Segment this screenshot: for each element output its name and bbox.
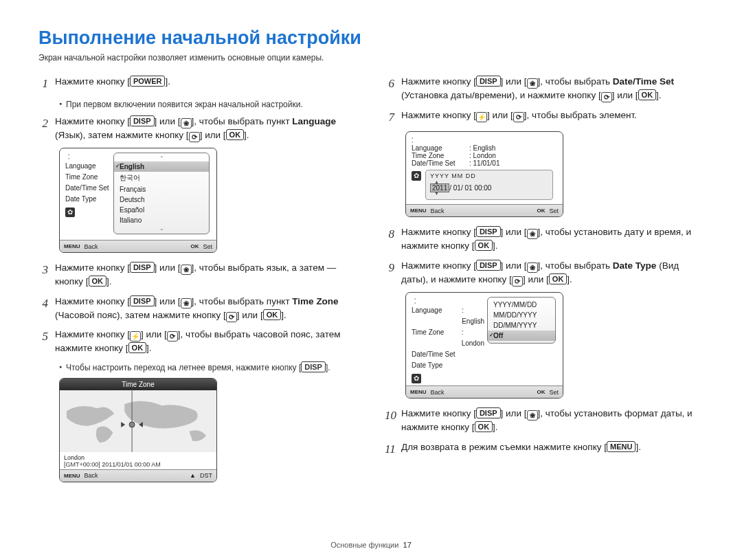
screen-language: •• LanguageTime ZoneDate/Time SetDate Ty…: [59, 148, 355, 253]
side-item[interactable]: Time Zone: [65, 172, 111, 183]
step-number: 8: [385, 225, 394, 254]
step-number: 9: [385, 259, 394, 287]
kv-val: : London: [465, 152, 557, 159]
gear-icon: ✿: [412, 171, 421, 181]
glyph-chip: ⟳: [167, 331, 178, 341]
side-item[interactable]: Language: [65, 161, 111, 172]
footer-page-number: 17: [403, 541, 412, 549]
glyph-chip: ⚡: [476, 112, 487, 122]
step-text: Нажмите кнопку [DISP] или [❀], чтобы выб…: [401, 75, 701, 103]
lang-option[interactable]: Español: [114, 205, 209, 215]
step-number: 2: [38, 115, 48, 143]
button-chip: OK: [475, 240, 493, 251]
button-chip: DISP: [301, 361, 326, 372]
step-text: Нажмите кнопку [⚡] или [⟳], чтобы выбрат…: [401, 109, 637, 126]
kv-key[interactable]: Time Zone: [412, 152, 465, 159]
step-row: 10 Нажмите кнопку [DISP] или [❀], чтобы …: [385, 407, 701, 435]
glyph-chip: ❀: [181, 265, 192, 275]
button-chip: DISP: [476, 407, 501, 418]
step-row: 11 Для возврата в режим съемки нажмите к…: [385, 440, 701, 458]
tz-detail: [GMT+00:00] 2011/01/01 00:00 AM: [64, 461, 212, 468]
side-item[interactable]: Time Zone: [412, 327, 458, 349]
step-number: 5: [38, 328, 48, 356]
button-chip: DISP: [476, 76, 501, 87]
step-row: 5 Нажмите кнопку [⚡] или [⟳], чтобы выбр…: [38, 328, 355, 356]
glyph-chip: ❀: [181, 298, 192, 309]
foot-dst[interactable]: DST: [200, 472, 212, 479]
ok-tag: OK: [190, 243, 199, 249]
button-chip: OK: [549, 273, 567, 284]
glyph-chip: ❀: [527, 410, 538, 421]
step-row: 4 Нажмите кнопку [DISP] или [❀], чтобы в…: [38, 295, 355, 323]
step-row: 6 Нажмите кнопку [DISP] или [❀], чтобы в…: [385, 75, 701, 103]
datetype-option[interactable]: MM/DD/YYYY: [488, 310, 555, 320]
glyph-chip: ⟳: [226, 312, 237, 322]
step-text: Нажмите кнопку [DISP] или [❀], чтобы выб…: [55, 295, 355, 323]
step-bullet: Чтобы настроить переход на летнее время,…: [59, 361, 355, 374]
foot-set[interactable]: Set: [549, 208, 559, 214]
foot-set[interactable]: Set: [549, 389, 559, 396]
screen-date-type: •• Language: EnglishTime Zone: LondonDat…: [405, 292, 701, 399]
lang-option[interactable]: 한국어: [114, 172, 209, 184]
side-item[interactable]: Date Type: [412, 360, 465, 371]
step-row: 7 Нажмите кнопку [⚡] или [⟳], чтобы выбр…: [385, 109, 701, 126]
kv-val: : English: [465, 144, 557, 152]
side-item[interactable]: Date/Time Set: [412, 349, 465, 360]
step-bullet: При первом включении появится экран нача…: [59, 98, 355, 111]
button-chip: DISP: [130, 115, 155, 126]
step-number: 7: [385, 109, 394, 126]
page-title: Выполнение начальной настройки: [38, 27, 704, 49]
button-chip: OK: [128, 342, 147, 353]
button-chip: OK: [475, 421, 493, 432]
step-text: Нажмите кнопку [DISP] или [❀], чтобы выб…: [55, 261, 355, 289]
gear-icon: ✿: [65, 208, 75, 217]
step-number: 3: [38, 261, 48, 289]
glyph-chip: ⟳: [601, 92, 612, 102]
lang-option[interactable]: Italiano: [114, 215, 209, 225]
kv-key[interactable]: Language: [412, 144, 465, 152]
step-row: 9 Нажмите кнопку [DISP] или [❀], чтобы в…: [385, 259, 701, 287]
button-chip: MENU: [607, 441, 636, 452]
foot-back[interactable]: Back: [85, 243, 98, 250]
svg-point-2: [129, 421, 135, 427]
menu-tag: MENU: [64, 243, 80, 249]
step-text: Нажмите кнопку [⚡] или [⟳], чтобы выбрат…: [55, 328, 355, 356]
step-row: 1 Нажмите кнопку [POWER].: [38, 75, 355, 93]
step-text: Нажмите кнопку [POWER].: [55, 75, 170, 93]
button-chip: DISP: [130, 295, 155, 306]
page-footer: Основные функции 17: [0, 541, 742, 549]
step-number: 4: [38, 295, 48, 323]
step-row: 3 Нажмите кнопку [DISP] или [❀], чтобы в…: [38, 261, 355, 289]
button-chip: DISP: [476, 260, 501, 271]
lang-option[interactable]: Deutsch: [114, 194, 209, 205]
date-editor[interactable]: YYYY MM DD ▲ 2011/ 01/ 01 00:00 ▼: [425, 170, 553, 200]
glyph-chip: ❀: [181, 118, 192, 128]
glyph-chip: ❀: [527, 229, 538, 239]
step-text: Нажмите кнопку [DISP] или [❀], чтобы выб…: [401, 259, 701, 287]
foot-set[interactable]: Set: [203, 243, 212, 250]
button-chip: OK: [263, 309, 282, 320]
side-item[interactable]: Date Type: [65, 194, 111, 205]
step-row: 2 Нажмите кнопку [DISP] или [❀], чтобы в…: [38, 115, 355, 143]
right-column: 6 Нажмите кнопку [DISP] или [❀], чтобы в…: [385, 75, 701, 491]
screen-timezone: Time Zone London: [59, 378, 355, 482]
step-text: Нажмите кнопку [DISP] или [❀], чтобы выб…: [55, 115, 355, 143]
side-item[interactable]: Language: [412, 305, 458, 327]
glyph-chip: ❀: [527, 78, 538, 89]
datetype-option[interactable]: YYYY/MM/DD: [488, 300, 555, 310]
world-map[interactable]: [60, 390, 216, 452]
foot-back[interactable]: Back: [431, 389, 445, 396]
step-row: 8 Нажмите кнопку [DISP] или [❀], чтобы у…: [385, 225, 701, 254]
datetype-option[interactable]: DD/MM/YYYY: [488, 320, 555, 331]
button-chip: DISP: [130, 262, 155, 273]
lang-option[interactable]: Français: [114, 184, 209, 194]
button-chip: OK: [89, 276, 107, 287]
gear-icon: ✿: [412, 374, 421, 383]
lang-option[interactable]: English: [114, 161, 209, 172]
kv-key[interactable]: Date/Time Set: [412, 159, 465, 167]
foot-back[interactable]: Back: [85, 472, 98, 479]
foot-back[interactable]: Back: [431, 208, 445, 214]
side-item[interactable]: Date/Time Set: [65, 183, 111, 194]
glyph-chip: ⟳: [512, 276, 523, 287]
datetype-option[interactable]: Off: [488, 331, 555, 341]
